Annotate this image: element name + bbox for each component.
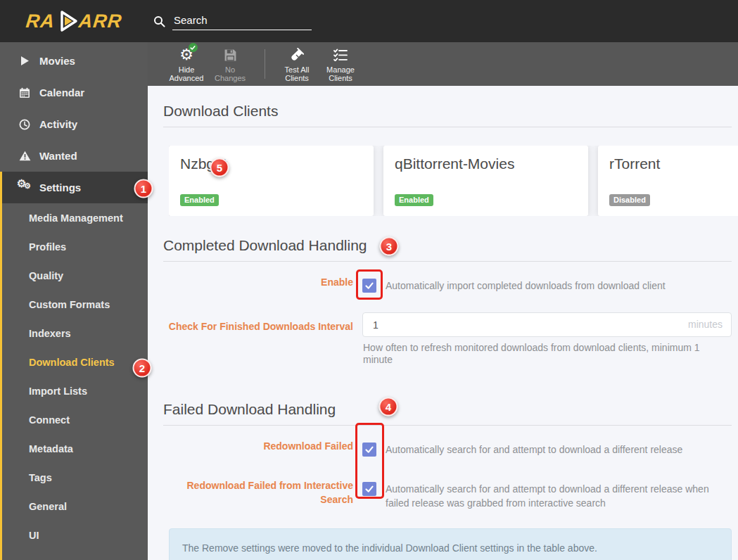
sidebar-item-label: Wanted [39,150,77,162]
save-icon [224,46,237,64]
download-client-cards: Nzbget Enabled qBittorrent-Movies Enable… [169,146,738,216]
sidebar-item-general[interactable]: General [2,492,148,521]
redownload-failed-checkbox[interactable] [362,443,376,457]
radarr-app: RA ARR Movies [0,0,738,560]
clock-icon [18,119,31,130]
client-card-nzbget[interactable]: Nzbget Enabled [169,146,374,216]
interval-unit: minutes [688,319,723,330]
client-card-rtorrent[interactable]: rTorrent Disabled [598,146,738,216]
sidebar-item-download-clients[interactable]: Download Clients [2,348,148,376]
redownload-interactive-checkbox[interactable] [362,482,376,496]
sidebar-item-profiles[interactable]: Profiles [2,232,148,261]
page-toolbar: ⚙ Hide Advanced [148,42,738,86]
checkmark-icon [364,484,374,494]
sidebar-item-label: Settings [39,182,81,193]
status-badge: Enabled [180,194,219,206]
sidebar-item-import-lists[interactable]: Import Lists [2,376,148,405]
sidebar-item-media-management[interactable]: Media Management [2,203,148,232]
sidebar-item-connect[interactable]: Connect [2,405,148,434]
play-icon [18,56,31,66]
sidebar-item-label: Movies [39,55,75,67]
sidebar-item-ui[interactable]: UI [2,521,148,549]
sidebar-item-settings[interactable]: ⚙⚙ Settings [2,172,148,203]
redownload-failed-help-text: Automatically search for and attempt to … [386,443,682,457]
toolbar-separator [265,49,265,79]
main-column: ⚙ Hide Advanced [148,42,738,560]
manage-clients-button[interactable]: Manage Clients [320,46,361,82]
client-name: rTorrent [609,155,738,172]
sidebar-item-tags[interactable]: Tags [2,463,148,492]
redownload-interactive-help-text: Automatically search for and attempt to … [386,482,732,510]
download-clients-section-title: Download Clients [163,103,732,127]
toolbar-button-label: No Changes [210,65,250,82]
sidebar-item-custom-formats[interactable]: Custom Formats [2,290,148,319]
sidebar-item-indexers[interactable]: Indexers [2,319,148,348]
sidebar-item-activity[interactable]: Activity [0,108,148,140]
hide-advanced-button[interactable]: ⚙ Hide Advanced [166,46,207,82]
info-banner: The Remove settings were moved to the in… [169,528,732,560]
warning-icon [18,151,31,161]
search-bar [153,13,312,30]
play-logo-icon [53,8,80,34]
client-card-qbittorrent-movies[interactable]: qBittorrent-Movies Enabled [383,146,588,216]
logo-text-right: ARR [77,11,123,32]
redownload-interactive-row: Redownload Failed from Interactive Searc… [163,476,732,516]
sidebar-item-calendar[interactable]: Calendar [0,77,148,108]
no-changes-button[interactable]: No Changes [210,46,250,82]
top-bar: RA ARR [0,0,738,42]
test-tube-icon [290,46,304,64]
status-badge: Enabled [395,194,433,206]
interval-input[interactable] [362,312,732,337]
interval-label: Check For Finished Downloads Interval [163,319,353,333]
settings-group: ⚙⚙ Settings Media Management Profiles Qu… [0,172,148,560]
toolbar-button-label: Manage Clients [320,65,361,82]
sidebar: Movies [0,42,148,560]
sidebar-item-quality[interactable]: Quality [2,261,148,290]
sidebar-item-metadata[interactable]: Metadata [2,434,148,463]
failed-download-handling-section-title: Failed Download Handling [163,401,732,426]
advanced-gear-icon: ⚙ [179,46,193,64]
toolbar-button-label: Hide Advanced [166,65,207,82]
green-check-icon [189,43,198,52]
enable-checkbox[interactable] [362,279,376,293]
logo[interactable]: RA ARR [0,8,148,34]
interval-help-text: How often to refresh monitored downloads… [362,342,732,366]
client-name: Nzbget [180,155,362,172]
redownload-failed-label: Redownload Failed [163,439,353,453]
test-all-clients-button[interactable]: Test All Clients [276,46,317,82]
search-input[interactable] [172,13,312,30]
client-name: qBittorrent-Movies [395,155,577,172]
calendar-icon [18,87,31,98]
status-badge: Disabled [609,194,650,206]
checklist-icon [333,46,348,64]
checkmark-icon [364,281,374,291]
completed-download-handling-section-title: Completed Download Handling [163,237,732,262]
redownload-failed-row: Redownload Failed Automatically search f… [163,437,732,476]
search-icon [153,15,165,27]
settings-content: Download Clients Nzbget Enabled qBittorr… [148,86,738,560]
interval-row: Check For Finished Downloads Interval mi… [163,312,732,366]
checkmark-icon [364,445,374,454]
gears-icon: ⚙⚙ [18,182,31,194]
sidebar-item-label: Activity [39,118,77,130]
enable-row: Enable Automatically import completed do… [163,273,732,312]
enable-label: Enable [163,275,353,289]
sidebar-item-wanted[interactable]: Wanted [0,140,148,172]
toolbar-button-label: Test All Clients [276,65,317,82]
enable-help-text: Automatically import completed downloads… [386,279,666,293]
logo-text-left: RA [25,11,56,32]
sidebar-item-label: Calendar [39,87,84,98]
sidebar-item-movies[interactable]: Movies [0,45,148,77]
redownload-interactive-label: Redownload Failed from Interactive Searc… [163,478,353,507]
